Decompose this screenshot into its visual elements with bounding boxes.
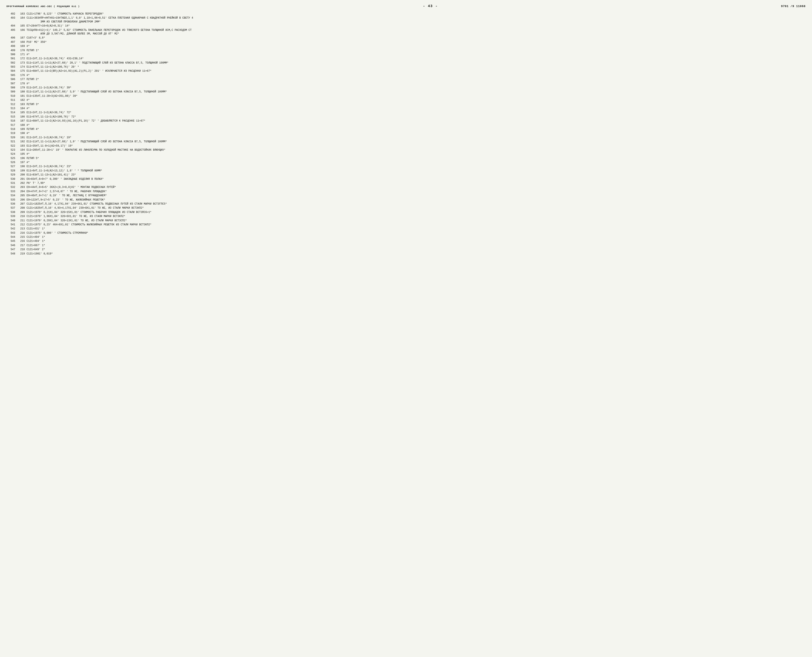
row-index-1: 536 (6, 202, 16, 206)
row-index-2: 211 (16, 219, 26, 223)
row-index-2: 212 (16, 223, 26, 227)
table-row: 527198Е11=2#Т,11-1=2(А2=38,74)' 23* (6, 165, 806, 169)
row-content: Е11=11#Т,11-1=11(А2=27,68)' 3,9' ' ПОДСТ… (26, 90, 806, 94)
table-row: 501172Е11=2#Т,11-1=2(А2=38,74)' 431=230,… (6, 57, 806, 61)
row-index-1: 532 (6, 185, 16, 189)
table-row: 517188#* (6, 123, 806, 127)
row-index-1: 548 (6, 252, 16, 256)
row-content: Е11=205#Т,11-28=1' 19' ' ПОКРЫТИЕ ИЗ ЛИН… (26, 148, 806, 152)
row-index-1: 514 (6, 111, 16, 115)
row-index-2: 183 (16, 103, 26, 107)
row-index-1: 504 (6, 69, 16, 73)
row-index-1: 544 (6, 235, 16, 239)
row-index-2: 215 (16, 235, 26, 239)
row-content: Е11=2#Т,11-1=2(А2=38,74)' 431=230,14* (26, 57, 806, 61)
table-row: 537208С121=1825#Т,П,16' 4,93=4,17Х1,04' … (6, 206, 806, 210)
table-row: 539210С121=1979' 1,96Х1,04' 326+6Х1,01' … (6, 215, 806, 218)
row-index-2: 188 (16, 123, 26, 127)
row-index-1: 537 (6, 206, 16, 210)
row-index-1: 541 (6, 223, 16, 227)
row-index-2: 210 (16, 215, 26, 218)
row-content: С121=649' 2* (26, 248, 806, 252)
row-index-2: 166 (16, 28, 26, 36)
row-content: С121=1825#Т,П,16' 4,17Х1,04' 239+6Х1,01'… (26, 202, 806, 206)
row-index-1: 517 (6, 123, 16, 127)
row-content: Е11=68#Т,11-11=2(А2=14,93)(А1,16)(Р1,16)… (26, 119, 806, 123)
table-row: 500171#* (6, 53, 806, 57)
row-content: #* (26, 160, 806, 165)
row-index-2: 206 (16, 198, 26, 202)
row-index-2: 168 (16, 40, 26, 44)
row-index-1: 526 (6, 160, 16, 165)
row-index-2: 192 (16, 140, 26, 144)
table-row: 548219С121=1981' 0,019* (6, 252, 806, 256)
row-index-2: 218 (16, 248, 26, 252)
row-content: С121=1981' 0,019* (26, 252, 806, 256)
row-index-2: 197 (16, 160, 26, 165)
row-index-1: 539 (6, 215, 16, 218)
row-index-1: 533 (6, 190, 16, 194)
row-index-1: 528 (6, 169, 16, 173)
row-index-1: 523 (6, 148, 16, 152)
row-index-1: 499 (6, 48, 16, 53)
row-content: #* (26, 131, 806, 135)
row-content: П2ТИП 2* (26, 78, 806, 81)
table-row: 528199Е11=6#Т,11-1=6(А2=13,12)' 1,8' ' *… (6, 169, 806, 173)
table-row: 497168Р16' М2' 356* (6, 40, 806, 44)
row-index-1: 497 (6, 40, 16, 44)
table-row: 521192Е11=11#Т,11-1=11(А2=27,68)' 1,9' '… (6, 140, 806, 144)
row-content: Е6=83#Т,6=9=7' 0,399' ' ЗАКЛАДНЫЕ ИЗДЕЛИ… (26, 177, 806, 181)
table-row: 538209С121=1979' 0,21Х1,04' 326+15Х1,01'… (6, 210, 806, 215)
row-content: ТССЦ#П8=412(=1)' 149,2' 5,82' СТОИМОСТЬ … (26, 28, 806, 36)
row-content: Е11=11#Т,11-1=11(А2=27,68)' 20,1' ' ПОДС… (26, 61, 806, 65)
row-index-2: 202 (16, 181, 26, 185)
table-row: 494165Е7=284#Т7=16=6(А2=0,31)' 14* (6, 24, 806, 28)
row-index-1: 501 (6, 57, 16, 61)
row-content: С121=1979' 1,96Х1,04' 326+6Х1,01' ТО ЖЕ,… (26, 215, 806, 218)
table-row: 511182#* (6, 98, 806, 102)
row-content: Е11=11#Т,11-1=11(А2=27,68)' 1,9' ' ПОДСТ… (26, 140, 806, 144)
row-content: Е9=47#Т,9=7=2' 2,57+0,07' ' ТО ЖЕ, РАБОЧ… (26, 190, 806, 194)
row-index-1: 516 (6, 119, 16, 123)
row-index-2: 171 (16, 53, 26, 57)
row-index-2: 196 (16, 156, 26, 160)
row-index-2: 169 (16, 44, 26, 48)
table-row: 496167С167=3' 8,8* (6, 36, 806, 40)
row-content: С121=1979' 0,29Х1,04' 326+13Х1,01' ТО ЖЕ… (26, 219, 806, 223)
table-row: 508179Е11=2#Т,11-1=2(А2=38,74)' 39* (6, 86, 806, 90)
row-index-2: 216 (16, 239, 26, 243)
row-content: Е9=46#Т,9=7=1' 0,19' ' ТО ЖЕ, ЛЕСТНИЦ С … (26, 194, 806, 198)
table-row: 525196П2ТИП 5* (6, 156, 806, 160)
row-content: Е9=122#Т,9=17=5' 0,23' ' ТО ЖЕ, ЖАЛЮЗИЙН… (26, 198, 806, 202)
table-row: 498169#* (6, 44, 806, 48)
table-row: 526197#* (6, 160, 806, 165)
row-index-2: 207 (16, 202, 26, 206)
row-index-1: 529 (6, 173, 16, 177)
row-index-1: 521 (6, 140, 16, 144)
row-content: Е7=284#Т7=16=6(А2=0,31)' 14* (26, 24, 806, 28)
table-row: 543216С121=1975' 0,006' ' СТОИМОСТЬ СТРЕ… (6, 231, 806, 235)
row-index-2: 219 (16, 252, 26, 256)
table-row: 502173Е11=11#Т,11-1=11(А2=27,68)' 20,1' … (6, 61, 806, 65)
row-content: Е11=2#Т,11-1=2(А2=38,74)' 39* (26, 86, 806, 90)
table-row: 536207С121=1825#Т,П,16' 4,17Х1,04' 239+6… (6, 202, 806, 206)
row-index-1: 531 (6, 181, 16, 185)
row-content: С121=494' 1* (26, 235, 806, 239)
row-index-2: 205 (16, 194, 26, 198)
row-content: С167=3' 8,8* (26, 36, 806, 40)
row-index-1: 493 (6, 16, 16, 24)
row-index-2: 216 (16, 231, 26, 235)
row-index-1: 500 (6, 53, 16, 57)
row-content: #* (26, 44, 806, 48)
table-row: 507178#* (6, 82, 806, 86)
row-index-2: 172 (16, 57, 26, 61)
row-content: Е9=44#Т,9=6=5' 36Х2=(0,3+0,8)Х2' ' МОНТА… (26, 185, 806, 189)
row-index-2: 186 (16, 115, 26, 119)
row-index-1: 534 (6, 194, 16, 198)
table-row: 504175Е11=68#Т,11-11=2(ВП)(А2=14,93)(А1,… (6, 69, 806, 73)
row-index-2: 175 (16, 69, 26, 73)
table-row: 529200Е11=83#Т,11-13=1(А2=101,41)' 23* (6, 173, 806, 177)
header-program-name: ПРОГРАММНЫЙ КОМПЛЕКС АВС-3ЕС ( РЕДАКЦИЯ … (6, 5, 80, 8)
table-row: 510181Е11=135#Т,11-20=3(А2=351,08)' 39* (6, 94, 806, 98)
table-row: 503174Е11=67#Т,11-11=1(А2=100,76)' 20' * (6, 65, 806, 69)
